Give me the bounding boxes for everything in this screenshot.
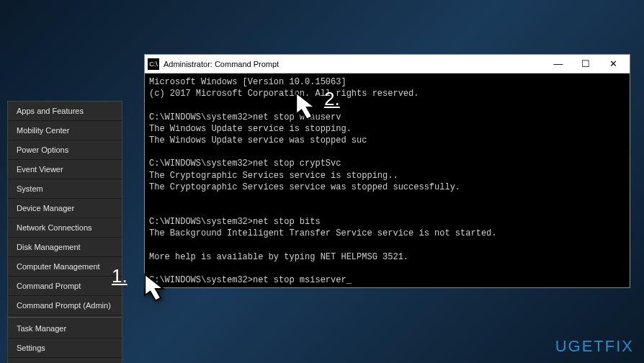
output-line: C:\WINDOWS\system32>net stop bits (149, 217, 321, 227)
output-line: C:\WINDOWS\system32>net stop cryptSvc (149, 158, 341, 169)
command-prompt-window: C:\ Administrator: Command Prompt — ☐ ✕ … (144, 54, 630, 288)
pointer-cursor-icon (285, 86, 326, 131)
menu-divider (8, 317, 122, 318)
output-line: More help is available by typing NET HEL… (149, 252, 408, 262)
menu-item-mobility-center[interactable]: Mobility Center (8, 121, 122, 140)
pointer-cursor-icon (133, 268, 175, 313)
output-line: Microsoft Windows [Version 10.0.15063] (149, 77, 346, 87)
title-bar[interactable]: C:\ Administrator: Command Prompt — ☐ ✕ (145, 55, 630, 73)
output-line: The Cryptographic Services service was s… (149, 182, 460, 192)
terminal-output[interactable]: Microsoft Windows [Version 10.0.15063] (… (145, 73, 630, 287)
menu-item-system[interactable]: System (8, 179, 122, 199)
menu-item-disk-management[interactable]: Disk Management (8, 238, 122, 257)
menu-item-device-manager[interactable]: Device Manager (8, 199, 122, 218)
menu-item-settings[interactable]: Settings (8, 339, 122, 358)
menu-item-apps-features[interactable]: Apps and Features (8, 102, 122, 121)
menu-item-task-manager[interactable]: Task Manager (8, 319, 122, 339)
minimize-button[interactable]: — (545, 55, 572, 73)
menu-item-computer-management[interactable]: Computer Management (8, 257, 122, 277)
output-line: The Background Intelligent Transfer Serv… (149, 228, 496, 238)
menu-item-command-prompt[interactable]: Command Prompt (8, 277, 122, 296)
current-prompt-line: C:\WINDOWS\system32>net stop msiserver (149, 275, 352, 285)
maximize-button[interactable]: ☐ (572, 55, 599, 73)
menu-item-file-explorer[interactable]: File Explorer (8, 358, 122, 363)
annotation-step-1: 1. (112, 265, 128, 287)
menu-item-command-prompt-admin[interactable]: Command Prompt (Admin) (8, 296, 122, 315)
output-line: The Cryptographic Services service is st… (149, 171, 398, 181)
watermark-logo: UGETFIX (555, 337, 634, 356)
menu-item-power-options[interactable]: Power Options (8, 140, 122, 160)
menu-item-event-viewer[interactable]: Event Viewer (8, 160, 122, 179)
menu-item-network-connections[interactable]: Network Connections (8, 218, 122, 238)
annotation-step-2: 2. (324, 88, 340, 110)
winx-context-menu: Apps and Features Mobility Center Power … (7, 101, 122, 363)
close-button[interactable]: ✕ (599, 55, 627, 73)
output-line: The Windows Update service was stopped s… (149, 135, 367, 145)
window-title: Administrator: Command Prompt (164, 60, 545, 68)
cmd-icon: C:\ (148, 58, 159, 70)
